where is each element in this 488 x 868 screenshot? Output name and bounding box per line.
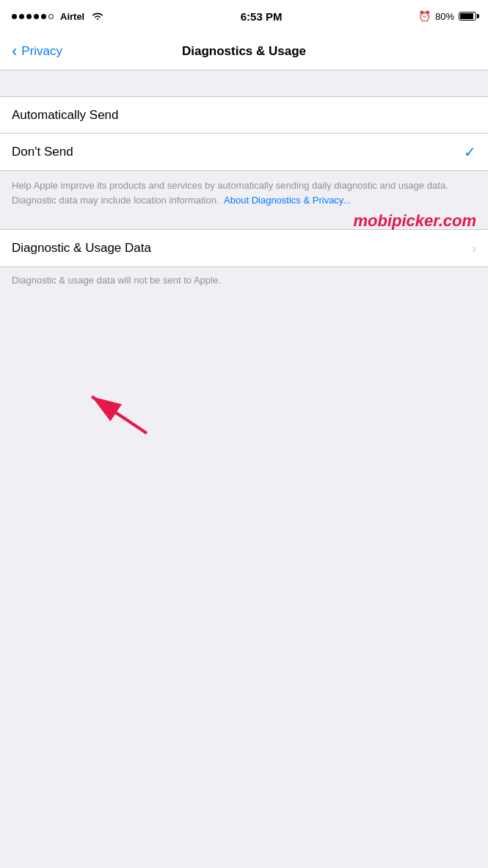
chevron-right-icon: › <box>472 241 476 256</box>
status-time: 6:53 PM <box>241 10 283 23</box>
signal-dot-6 <box>48 14 54 19</box>
svg-line-1 <box>92 397 147 433</box>
footer-link[interactable]: About Diagnostics & Privacy... <box>224 195 351 206</box>
signal-dot-4 <box>34 14 39 19</box>
arrow-annotation <box>29 382 176 441</box>
bottom-note-section: Diagnostic & usage data will not be sent… <box>0 267 488 295</box>
wifi-icon <box>91 11 104 21</box>
dont-send-label: Don't Send <box>12 145 464 159</box>
back-chevron-icon: ‹ <box>12 43 17 59</box>
back-label: Privacy <box>21 44 62 59</box>
signal-dot-3 <box>26 14 32 19</box>
options-table: Automatically Send Don't Send ✓ <box>0 96 488 171</box>
watermark: mobipicker.com <box>353 211 476 231</box>
checkmark-icon: ✓ <box>464 143 476 161</box>
back-button[interactable]: ‹ Privacy <box>12 43 62 59</box>
bottom-note-text: Diagnostic & usage data will not be sent… <box>12 273 476 288</box>
section-footer: Help Apple improve its products and serv… <box>0 171 488 217</box>
nav-bar: ‹ Privacy Diagnostics & Usage <box>0 32 488 70</box>
battery-icon <box>459 12 476 21</box>
carrier-label: Airtel <box>60 11 84 22</box>
automatically-send-option[interactable]: Automatically Send <box>0 97 488 134</box>
signal-dot-2 <box>19 14 24 19</box>
signal-dot-5 <box>41 14 46 19</box>
section-gap-top <box>0 70 488 96</box>
footer-description: Help Apple improve its products and serv… <box>12 178 476 207</box>
dont-send-option[interactable]: Don't Send ✓ <box>0 134 488 170</box>
diagnostic-data-section: Diagnostic & Usage Data › <box>0 229 488 267</box>
status-right: ⏰ 80% <box>418 10 476 22</box>
signal-indicator <box>12 14 54 19</box>
battery-fill <box>460 13 473 19</box>
battery-percent: 80% <box>435 11 454 22</box>
diagnostic-usage-data-label: Diagnostic & Usage Data <box>12 241 472 256</box>
status-left: Airtel <box>12 11 104 22</box>
alarm-icon: ⏰ <box>418 10 431 22</box>
nav-title: Diagnostics & Usage <box>182 44 306 59</box>
status-bar: Airtel 6:53 PM ⏰ 80% <box>0 0 488 32</box>
diagnostic-usage-data-row[interactable]: Diagnostic & Usage Data › <box>0 230 488 267</box>
automatically-send-label: Automatically Send <box>12 108 476 123</box>
signal-dot-1 <box>12 14 17 19</box>
